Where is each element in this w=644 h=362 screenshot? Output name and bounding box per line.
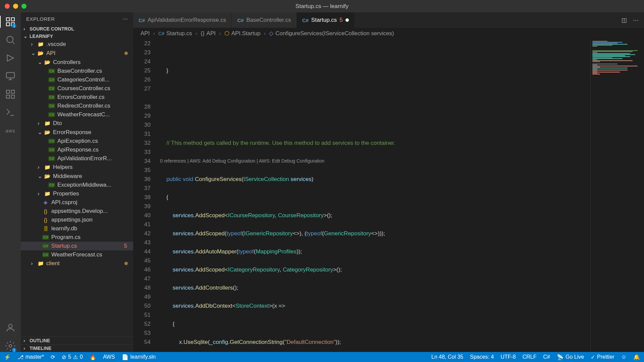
eol[interactable]: CRLF xyxy=(523,354,537,360)
tree-item-file[interactable]: C#CategoriesControll... xyxy=(21,75,133,84)
csharp-file-icon: C# xyxy=(42,235,49,240)
explorer-title: EXPLORER xyxy=(26,16,55,22)
maximize-window-button[interactable] xyxy=(21,4,26,9)
run-debug-activity-icon[interactable] xyxy=(4,52,16,64)
debug-status[interactable]: 🔥 xyxy=(90,354,96,360)
tree-item-middleware[interactable]: ⌄📂Middleware xyxy=(21,172,133,181)
csharp-file-icon: C# xyxy=(48,86,55,91)
tree-item-error-response[interactable]: ⌄📂ErrorResponse xyxy=(21,128,133,137)
close-window-button[interactable] xyxy=(5,4,10,9)
prettier-status[interactable]: ✓ Prettier xyxy=(591,354,614,360)
tree-label: Properties xyxy=(53,190,79,197)
explorer-activity-icon[interactable]: 1 xyxy=(4,16,16,28)
codelens[interactable]: 0 references | AWS: Add Debug Configurat… xyxy=(160,157,590,166)
tree-item-client[interactable]: ›📁client xyxy=(21,259,133,268)
aws-activity-icon[interactable]: aws xyxy=(4,124,16,136)
tree-item-file[interactable]: C#ApiValidationErrorR... xyxy=(21,154,133,163)
breadcrumb-item[interactable]: {}API xyxy=(201,30,216,37)
aws-status[interactable]: AWS xyxy=(103,354,115,360)
timeline-section[interactable]: › TIMELINE xyxy=(21,344,133,352)
errors-warnings[interactable]: ⊘ 5 ⚠ 0 xyxy=(62,354,83,360)
tree-item-file[interactable]: C#WeatherForecastC... xyxy=(21,110,133,119)
activity-bar: 1 aws 1 xyxy=(0,12,21,352)
tree-item-file[interactable]: C#ApiException.cs xyxy=(21,137,133,145)
extensions-activity-icon[interactable] xyxy=(4,88,16,100)
csharp-file-icon: C# xyxy=(139,17,145,23)
settings-badge: 1 xyxy=(12,348,16,352)
breadcrumb-item[interactable]: C#Startup.cs xyxy=(158,30,192,37)
tree-item-api[interactable]: ⌄📂API xyxy=(21,49,133,58)
source-control-section[interactable]: › SOURCE CONTROL xyxy=(21,25,133,33)
indentation[interactable]: Spaces: 4 xyxy=(470,354,494,360)
tree-item-file[interactable]: C#WeatherForecast.cs xyxy=(21,250,133,259)
accounts-activity-icon[interactable] xyxy=(4,322,16,334)
file-tree: ›📁.vscode ⌄📂API ⌄📂Controllers C#BaseCont… xyxy=(21,40,133,337)
more-actions-icon[interactable]: ⋯ xyxy=(633,17,639,24)
chevron-down-icon: ⌄ xyxy=(38,129,42,136)
tree-item-file[interactable]: 🗄learnify.db xyxy=(21,224,133,233)
csharp-file-icon: C# xyxy=(48,104,55,108)
tree-label: BaseController.cs xyxy=(57,68,102,74)
solution-status[interactable]: 📄 learnify.sln xyxy=(122,354,156,360)
tab-startup[interactable]: C#Startup.cs5 xyxy=(297,12,355,28)
git-sync[interactable]: ⟳ xyxy=(51,354,55,360)
chevron-right-icon: › xyxy=(23,338,28,343)
remote-activity-icon[interactable] xyxy=(4,70,16,82)
tab-api-validation[interactable]: C#ApiValidationErrorResponse.cs xyxy=(133,12,232,28)
remote-indicator[interactable]: ⚡ xyxy=(4,354,11,360)
editor-body[interactable]: 22 23 24 25 26 27 28 29 30 31 32 33 34 3… xyxy=(133,39,644,352)
notifications-icon[interactable]: 🔔 xyxy=(633,354,640,360)
go-live[interactable]: 📡 Go Live xyxy=(557,354,584,360)
tree-label: learnify.db xyxy=(51,225,77,232)
tree-item-dto[interactable]: ›📁Dto xyxy=(21,119,133,128)
encoding[interactable]: UTF-8 xyxy=(500,354,516,360)
folder-icon: 📁 xyxy=(44,190,51,197)
window-controls xyxy=(0,4,26,9)
tree-item-file[interactable]: C#ApiResponse.cs xyxy=(21,145,133,154)
tree-item-vscode[interactable]: ›📁.vscode xyxy=(21,40,133,49)
tree-item-properties[interactable]: ›📁Properties xyxy=(21,189,133,198)
breadcrumb-item[interactable]: ◇ConfigureServices(IServiceCollection se… xyxy=(269,30,394,37)
tree-label: Controllers xyxy=(53,59,80,66)
tab-base-controller[interactable]: C#BaseController.cs xyxy=(232,12,297,28)
csharp-file-icon: C# xyxy=(48,95,55,100)
project-section[interactable]: ⌄ LEARNIFY xyxy=(21,33,133,40)
csharp-file-icon: C# xyxy=(48,139,55,143)
explorer-more-icon[interactable]: ⋯ xyxy=(123,16,128,22)
language-mode[interactable]: C# xyxy=(543,354,550,360)
tree-label: API.csproj xyxy=(51,199,77,206)
tree-item-helpers[interactable]: ›📁Helpers xyxy=(21,163,133,172)
outline-section[interactable]: › OUTLINE xyxy=(21,337,133,344)
breadcrumbs[interactable]: API› C#Startup.cs› {}API› ⬡API.Startup› … xyxy=(133,28,644,39)
breadcrumb-item[interactable]: ⬡API.Startup xyxy=(224,30,261,37)
breadcrumb-item[interactable]: API xyxy=(141,30,150,37)
minimize-window-button[interactable] xyxy=(13,4,18,9)
unsaved-indicator xyxy=(345,18,349,22)
tree-ez-file[interactable]: C#ExceptionMiddlewa... xyxy=(21,181,133,189)
settings-activity-icon[interactable]: 1 xyxy=(4,340,16,352)
tree-item-file[interactable]: C#BaseController.cs xyxy=(21,67,133,75)
csharp-file-icon: C# xyxy=(302,17,309,23)
tree-item-file[interactable]: C#Program.cs xyxy=(21,233,133,242)
search-activity-icon[interactable] xyxy=(4,34,16,46)
tree-label: Middleware xyxy=(53,173,82,180)
terminal-activity-icon[interactable] xyxy=(4,106,16,118)
feedback-icon[interactable]: ☺ xyxy=(621,354,627,360)
tree-label: client xyxy=(46,260,60,267)
minimap-content xyxy=(592,41,643,75)
tree-item-file[interactable]: C#CoursesController.cs xyxy=(21,84,133,93)
tree-item-controllers[interactable]: ⌄📂Controllers xyxy=(21,58,133,67)
tree-item-file[interactable]: C#RedirectController.cs xyxy=(21,102,133,110)
git-branch[interactable]: ⎇ master* xyxy=(17,354,44,360)
tree-item-file[interactable]: ◈API.csproj xyxy=(21,198,133,207)
cursor-position[interactable]: Ln 48, Col 35 xyxy=(431,354,463,360)
split-editor-icon[interactable]: ◫ xyxy=(622,17,627,24)
csharp-file-icon: C# xyxy=(158,31,164,36)
tree-item-file[interactable]: {}appsettings.json xyxy=(21,216,133,224)
tree-item-startup[interactable]: C#Startup.cs5 xyxy=(21,242,133,250)
tree-item-file[interactable]: {}appsettings.Develop... xyxy=(21,207,133,216)
code-content[interactable]: } // This method gets called by the runt… xyxy=(160,39,590,352)
tree-label: API xyxy=(46,50,55,57)
tree-item-file[interactable]: C#ErrorsController.cs xyxy=(21,93,133,102)
minimap[interactable] xyxy=(590,39,644,352)
